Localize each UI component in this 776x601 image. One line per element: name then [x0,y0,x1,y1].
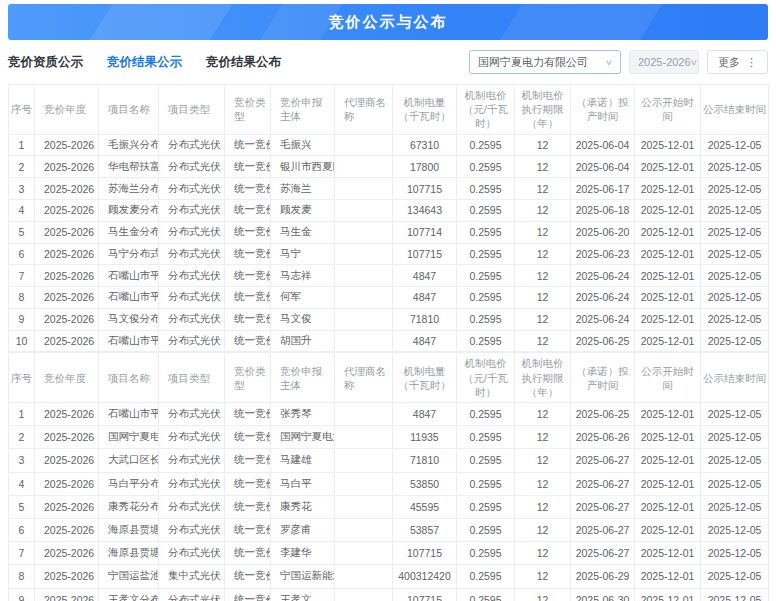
column-header: 代理商名称 [335,353,393,403]
table-cell: 统一竞价 [225,426,271,449]
column-header: 机制电价执行期限（年） [515,85,571,135]
table-cell: 统一竞价 [225,178,271,200]
table-cell: 67310 [393,134,457,156]
table-cell: 2025-12-01 [635,472,701,495]
table-cell: 分布式光伏 [159,426,225,449]
table-cell: 0.2595 [457,449,515,472]
table-cell: 4 [9,472,35,495]
table-cell: 2025-12-01 [635,243,701,265]
table-cell: 2025-06-23 [571,243,635,265]
table-cell: 2025-2026 [35,472,99,495]
table-cell: 宁国运盐池高... [99,565,159,588]
table-cell: 2025-12-01 [635,518,701,541]
table-cell: 2025-12-05 [701,243,769,265]
table-cell: 马宁 [271,243,335,265]
table-cell: 分布式光伏 [159,495,225,518]
year-select[interactable]: 2025-2026 ∨ [629,50,699,74]
banner-decoration [480,4,676,40]
table-cell: 0.2595 [457,287,515,309]
table-row: 12025-2026石嘴山市平罗...分布式光伏统一竞价张秀琴48470.259… [9,403,769,426]
table-cell: 统一竞价 [225,542,271,565]
table-cell: 2025-06-27 [571,495,635,518]
table-cell: 12 [515,287,571,309]
table-cell: 2025-2026 [35,221,99,243]
table-cell: 分布式光伏 [159,449,225,472]
table-cell: 2025-2026 [35,287,99,309]
table-cell: 6 [9,518,35,541]
table-cell: 5 [9,495,35,518]
table-cell: 2025-12-05 [701,199,769,221]
tab-bidding-result-announcement[interactable]: 竞价结果公布 [206,54,281,71]
more-button[interactable]: 更多 ⋮ [707,50,768,74]
table-cell: 2025-06-29 [571,565,635,588]
table-cell: 2025-06-27 [571,542,635,565]
column-header: 竞价年度 [35,353,99,403]
column-header: 竞价类型 [225,85,271,135]
table-cell: 0.2595 [457,221,515,243]
table-cell [335,134,393,156]
table-cell: 2025-12-05 [701,565,769,588]
column-header: 公示开始时间 [635,85,701,135]
table-cell: 2025-12-05 [701,495,769,518]
table-cell: 分布式光伏 [159,588,225,601]
table-cell: 12 [515,565,571,588]
table-cell: 2025-2026 [35,199,99,221]
table-cell: 李建华 [271,542,335,565]
table-cell: 4847 [393,287,457,309]
table-row: 52025-2026康秀花分布式...分布式光伏统一竞价康秀花455950.25… [9,495,769,518]
table-header-row: 序号竞价年度项目名称项目类型竞价类型竞价申报主体代理商名称机制电量（千瓦时）机制… [9,353,769,403]
table-cell: 2025-12-01 [635,403,701,426]
table-cell: 胡国升 [271,330,335,352]
table-cell: 4847 [393,330,457,352]
table-cell: 8 [9,287,35,309]
table-cell: 2025-12-05 [701,178,769,200]
chevron-down-icon: ∨ [689,58,697,67]
table-cell: 统一竞价 [225,287,271,309]
table-cell: 石嘴山市平罗... [99,330,159,352]
table-cell: 12 [515,542,571,565]
tab-bidding-qualification-publicity[interactable]: 竞价资质公示 [8,54,83,71]
table-cell: 2025-12-01 [635,265,701,287]
tab-bidding-result-publicity[interactable]: 竞价结果公示 [107,54,182,71]
company-select-value: 国网宁夏电力有限公司 [478,55,588,70]
table-cell: 华电帮扶富宁... [99,156,159,178]
table-cell: 毛振兴 [271,134,335,156]
company-select[interactable]: 国网宁夏电力有限公司 ∨ [469,50,621,74]
table-cell: 107715 [393,243,457,265]
table-cell: 国网宁夏电力... [271,426,335,449]
table-cell: 分布式光伏 [159,518,225,541]
table-row: 92025-2026马文俊分布式...分布式光伏统一竞价马文俊718100.25… [9,308,769,330]
table-cell: 统一竞价 [225,221,271,243]
table-cell: 分布式光伏 [159,134,225,156]
column-header: 项目名称 [99,353,159,403]
column-header: 机制电量（千瓦时） [393,353,457,403]
table-cell: 康秀花 [271,495,335,518]
table-cell: 2025-06-30 [571,588,635,601]
table-cell: 统一竞价 [225,265,271,287]
table-cell: 0.2595 [457,134,515,156]
column-header: （承诺）投产时间 [571,353,635,403]
table-cell: 2025-06-04 [571,156,635,178]
table-cell: 12 [515,243,571,265]
table-cell [335,265,393,287]
table-cell: 12 [515,221,571,243]
table-cell [335,426,393,449]
table-cell: 2025-2026 [35,542,99,565]
table-cell [335,472,393,495]
table-cell: 康秀花分布式... [99,495,159,518]
table-cell: 大武口区长兴... [99,449,159,472]
table-cell: 0.2595 [457,565,515,588]
column-header: 公示开始时间 [635,353,701,403]
table-cell: 2025-12-05 [701,588,769,601]
table-cell [335,495,393,518]
table-cell: 12 [515,588,571,601]
more-button-label: 更多 [718,55,740,70]
table-cell: 2025-06-27 [571,518,635,541]
table-row: 62025-2026马宁分布式光...分布式光伏统一竞价马宁1077150.25… [9,243,769,265]
table-cell: 国网宁夏电力... [99,426,159,449]
table-cell: 0.2595 [457,542,515,565]
table-cell: 2025-12-05 [701,542,769,565]
table-row: 32025-2026苏海兰分布式...分布式光伏统一竞价苏海兰1077150.2… [9,178,769,200]
table-row: 82025-2026宁国运盐池高...集中式光伏统一竞价宁国运新能源...400… [9,565,769,588]
table-cell: 2025-06-04 [571,134,635,156]
